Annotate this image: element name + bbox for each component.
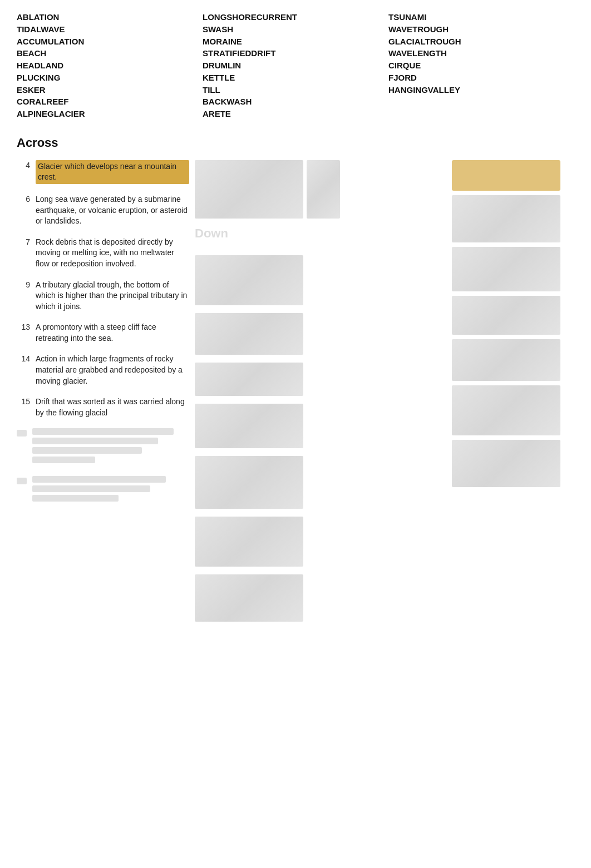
clue-item-14: 14 Action in which large fragments of ro… <box>17 354 189 386</box>
clue-item-15: 15 Drift that was sorted as it was carri… <box>17 396 189 418</box>
word-column-1: ABLATION TIDALWAVE ACCUMULATION BEACH HE… <box>17 11 203 120</box>
clue-text-4: Glacier which develops near a mountain c… <box>36 160 189 184</box>
word-list: ABLATION TIDALWAVE ACCUMULATION BEACH HE… <box>17 11 574 120</box>
clue-item-blurred-1 <box>17 428 189 466</box>
word-item: CIRQUE <box>388 59 574 72</box>
word-column-2: LONGSHORECURRENT SWASH MORAINE STRATIFIE… <box>203 11 388 120</box>
clue-number-14: 14 <box>17 354 30 363</box>
word-item: WAVETROUGH <box>388 23 574 36</box>
word-item: TIDALWAVE <box>17 23 203 36</box>
crossword-area: Down <box>189 160 574 625</box>
word-item: ACCUMULATION <box>17 36 203 48</box>
clue-number-6: 6 <box>17 194 30 204</box>
word-item: FJORD <box>388 72 574 84</box>
word-item: CORALREEF <box>17 96 203 108</box>
word-item: HANGINGVALLEY <box>388 84 574 96</box>
clue-item-9: 9 A tributary glacial trough, the bottom… <box>17 280 189 313</box>
word-item: BEACH <box>17 47 203 59</box>
clue-item-13: 13 A promontory with a steep cliff face … <box>17 322 189 344</box>
word-item: DRUMLIN <box>203 59 388 72</box>
clue-item-6: 6 Long sea wave generated by a submarine… <box>17 194 189 227</box>
word-item: WAVELENGTH <box>388 47 574 59</box>
clue-number-7: 7 <box>17 237 30 246</box>
word-item: MORAINE <box>203 36 388 48</box>
down-section-title: Down <box>195 226 441 241</box>
clue-text-6: Long sea wave generated by a submarine e… <box>36 194 189 227</box>
clues-section: 4 Glacier which develops near a mountain… <box>17 160 574 625</box>
word-item: BACKWASH <box>203 96 388 108</box>
across-section-title: Across <box>17 136 574 150</box>
word-item: ABLATION <box>17 11 203 23</box>
clue-item-7: 7 Rock debris that is deposited directly… <box>17 237 189 270</box>
word-item: TSUNAMI <box>388 11 574 23</box>
word-item: GLACIALTROUGH <box>388 36 574 48</box>
word-item: HEADLAND <box>17 59 203 72</box>
clue-item-4: 4 Glacier which develops near a mountain… <box>17 160 189 184</box>
word-item: ESKER <box>17 84 203 96</box>
clue-number-9: 9 <box>17 280 30 289</box>
word-item: PLUCKING <box>17 72 203 84</box>
clue-text-9: A tributary glacial trough, the bottom o… <box>36 280 189 313</box>
clue-item-blurred-2 <box>17 476 189 504</box>
clue-text-15: Drift that was sorted as it was carried … <box>36 396 189 418</box>
clue-number-13: 13 <box>17 322 30 331</box>
word-column-3: TSUNAMI WAVETROUGH GLACIALTROUGH WAVELEN… <box>388 11 574 120</box>
word-item: TILL <box>203 84 388 96</box>
clue-text-13: A promontory with a steep cliff face ret… <box>36 322 189 344</box>
word-item: ALPINEGLACIER <box>17 108 203 120</box>
word-item: KETTLE <box>203 72 388 84</box>
clue-number-4: 4 <box>17 160 30 170</box>
clue-number-15: 15 <box>17 396 30 406</box>
word-item: STRATIFIEDDRIFT <box>203 47 388 59</box>
word-item: SWASH <box>203 23 388 36</box>
right-crossword-grid <box>452 160 574 625</box>
word-item: ARETE <box>203 108 388 120</box>
clue-text-14: Action in which large fragments of rocky… <box>36 354 189 386</box>
clue-text-7: Rock debris that is deposited directly b… <box>36 237 189 270</box>
across-clues: 4 Glacier which develops near a mountain… <box>17 160 189 625</box>
word-item: LONGSHORECURRENT <box>203 11 388 23</box>
